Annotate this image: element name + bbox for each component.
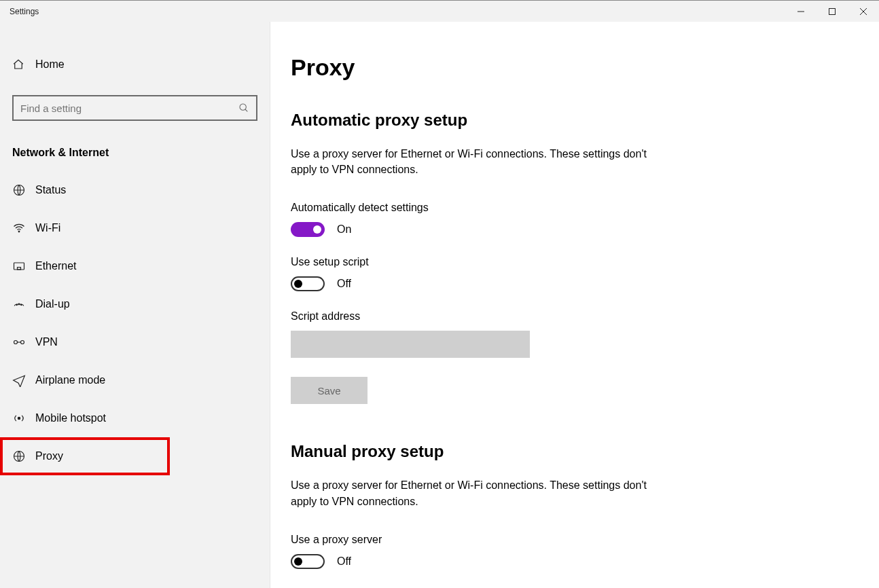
sidebar-item-label: Wi-Fi (35, 222, 60, 234)
svg-point-13 (14, 341, 18, 344)
sidebar-item-label: Mobile hotspot (35, 412, 106, 424)
sidebar-item-airplane[interactable]: Airplane mode (0, 361, 270, 399)
sidebar-item-status[interactable]: Status (0, 171, 270, 209)
use-script-toggle[interactable] (291, 276, 325, 291)
svg-point-4 (240, 104, 246, 110)
save-button[interactable]: Save (291, 377, 367, 404)
sidebar-item-label: Ethernet (35, 260, 76, 272)
maximize-button[interactable] (817, 1, 848, 22)
search-icon (238, 103, 249, 113)
svg-rect-9 (18, 268, 21, 270)
script-address-input[interactable] (291, 331, 530, 358)
svg-point-14 (21, 341, 24, 344)
close-button[interactable] (848, 1, 879, 22)
hotspot-icon (12, 411, 35, 425)
proxy-icon (12, 449, 35, 463)
titlebar: Settings (0, 0, 879, 22)
use-script-label: Use setup script (291, 256, 879, 268)
sidebar-item-dialup[interactable]: Dial-up (0, 285, 270, 323)
sidebar-item-label: Airplane mode (35, 374, 105, 386)
sidebar-item-proxy[interactable]: Proxy (0, 437, 170, 475)
auto-detect-label: Automatically detect settings (291, 202, 879, 214)
sidebar: Home Network & Internet Status Wi-Fi (0, 22, 270, 588)
svg-point-10 (18, 304, 20, 305)
vpn-icon (12, 335, 35, 349)
sidebar-item-home[interactable]: Home (0, 52, 270, 77)
sidebar-category: Network & Internet (12, 147, 257, 159)
maximize-icon (828, 7, 836, 16)
sidebar-item-ethernet[interactable]: Ethernet (0, 247, 270, 285)
sidebar-item-vpn[interactable]: VPN (0, 323, 270, 361)
use-script-state: Off (337, 278, 351, 290)
search-field[interactable] (20, 103, 238, 114)
auto-detect-toggle[interactable] (291, 222, 325, 237)
airplane-icon (12, 373, 35, 387)
manual-proxy-desc: Use a proxy server for Ethernet or Wi-Fi… (291, 477, 658, 509)
sidebar-item-wifi[interactable]: Wi-Fi (0, 209, 270, 247)
svg-rect-8 (14, 263, 24, 270)
svg-point-12 (21, 304, 22, 306)
sidebar-item-label: Status (35, 184, 66, 196)
page-title: Proxy (291, 54, 879, 81)
sidebar-item-label: Home (35, 58, 65, 71)
minimize-icon (797, 7, 805, 16)
sidebar-item-hotspot[interactable]: Mobile hotspot (0, 399, 270, 437)
svg-point-15 (18, 417, 20, 419)
auto-proxy-desc: Use a proxy server for Ethernet or Wi-Fi… (291, 146, 658, 177)
wifi-icon (12, 221, 35, 235)
ethernet-icon (12, 259, 35, 273)
use-proxy-toggle[interactable] (291, 554, 325, 569)
close-icon (859, 7, 867, 16)
manual-proxy-heading: Manual proxy setup (291, 442, 879, 461)
auto-detect-state: On (337, 223, 351, 236)
home-icon (12, 58, 35, 71)
window-controls (785, 1, 879, 22)
script-address-label: Script address (291, 310, 879, 323)
svg-line-5 (245, 109, 247, 111)
svg-rect-1 (829, 8, 836, 14)
window-title: Settings (10, 7, 39, 16)
status-icon (12, 183, 35, 197)
svg-point-11 (16, 304, 18, 306)
sidebar-item-label: Proxy (35, 450, 63, 462)
use-proxy-state: Off (337, 555, 351, 568)
sidebar-item-label: VPN (35, 336, 58, 348)
minimize-button[interactable] (785, 1, 817, 22)
content-area: Proxy Automatic proxy setup Use a proxy … (270, 22, 879, 588)
use-proxy-label: Use a proxy server (291, 534, 879, 546)
svg-point-7 (18, 231, 20, 232)
dialup-icon (12, 297, 35, 311)
sidebar-item-label: Dial-up (35, 298, 70, 310)
search-input[interactable] (12, 95, 257, 121)
auto-proxy-heading: Automatic proxy setup (291, 111, 879, 130)
